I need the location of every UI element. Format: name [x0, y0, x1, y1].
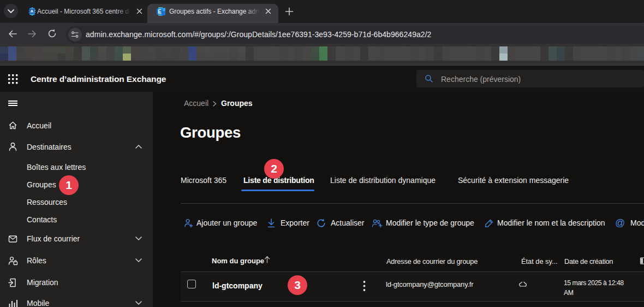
svg-text:E: E	[158, 9, 162, 15]
svg-text:A: A	[30, 9, 33, 14]
